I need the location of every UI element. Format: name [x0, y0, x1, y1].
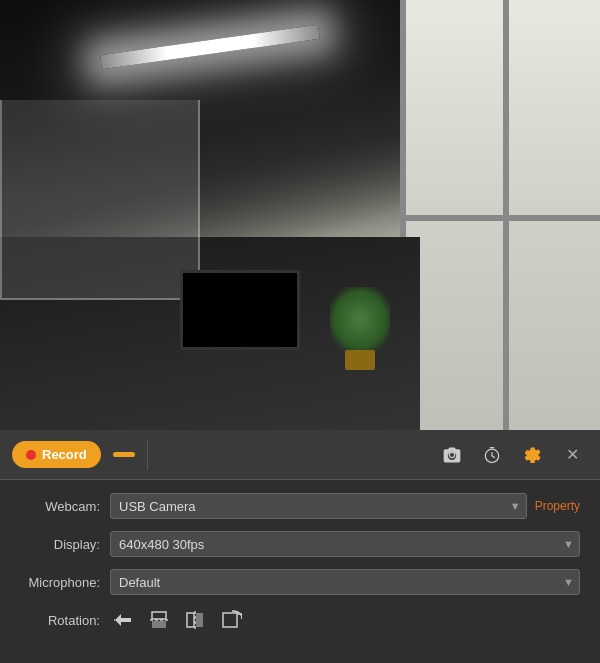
- webcam-row: Webcam: USB Camera Integrated Camera ▼ P…: [20, 492, 580, 520]
- rotation-reset-icon: [112, 609, 134, 631]
- svg-rect-4: [152, 621, 166, 628]
- rotation-flip-v-button[interactable]: [146, 607, 172, 633]
- rotation-content: [110, 607, 580, 633]
- camera-preview: [0, 0, 600, 430]
- clock-icon: [482, 445, 502, 465]
- rotation-label: Rotation:: [20, 613, 110, 628]
- svg-rect-6: [187, 613, 194, 627]
- rotation-90-button[interactable]: [218, 607, 244, 633]
- glass-partition: [0, 100, 200, 300]
- rotate-90-icon: [220, 609, 242, 631]
- microphone-content: Default USB Audio Integrated Microphone …: [110, 569, 580, 595]
- camera-icon: [442, 445, 462, 465]
- toolbar: Record ✕: [0, 430, 600, 480]
- microphone-row: Microphone: Default USB Audio Integrated…: [20, 568, 580, 596]
- rotation-row: Rotation:: [20, 606, 580, 634]
- rotation-flip-h-button[interactable]: [182, 607, 208, 633]
- property-link[interactable]: Property: [535, 499, 580, 513]
- window-area: [400, 0, 600, 430]
- webcam-select-wrapper: USB Camera Integrated Camera ▼: [110, 493, 527, 519]
- controls-panel: Webcam: USB Camera Integrated Camera ▼ P…: [0, 480, 600, 656]
- record-dot-icon: [26, 450, 36, 460]
- record-button[interactable]: Record: [12, 441, 101, 468]
- display-select-wrapper: 640x480 30fps 1280x720 30fps 1920x1080 3…: [110, 531, 580, 557]
- close-icon: ✕: [566, 445, 579, 464]
- tv-monitor: [180, 270, 300, 350]
- screenshot-button[interactable]: [436, 439, 468, 471]
- gear-icon: [522, 445, 542, 465]
- display-label: Display:: [20, 537, 110, 552]
- microphone-label: Microphone:: [20, 575, 110, 590]
- svg-rect-7: [196, 613, 203, 627]
- flip-vertical-icon: [148, 609, 170, 631]
- timer-button[interactable]: [476, 439, 508, 471]
- webcam-label: Webcam:: [20, 499, 110, 514]
- record-label: Record: [42, 447, 87, 462]
- microphone-select-wrapper: Default USB Audio Integrated Microphone …: [110, 569, 580, 595]
- microphone-select[interactable]: Default USB Audio Integrated Microphone: [110, 569, 580, 595]
- display-content: 640x480 30fps 1280x720 30fps 1920x1080 3…: [110, 531, 580, 557]
- svg-rect-3: [152, 612, 166, 619]
- display-row: Display: 640x480 30fps 1280x720 30fps 19…: [20, 530, 580, 558]
- rotation-buttons: [110, 607, 244, 633]
- webcam-select[interactable]: USB Camera Integrated Camera: [110, 493, 527, 519]
- plant: [330, 290, 390, 370]
- svg-rect-9: [223, 613, 237, 627]
- minimize-button[interactable]: [113, 452, 135, 457]
- close-button[interactable]: ✕: [556, 439, 588, 471]
- flip-horizontal-icon: [184, 609, 206, 631]
- toolbar-divider: [147, 440, 148, 470]
- settings-button[interactable]: [516, 439, 548, 471]
- rotation-reset-button[interactable]: [110, 607, 136, 633]
- display-select[interactable]: 640x480 30fps 1280x720 30fps 1920x1080 3…: [110, 531, 580, 557]
- webcam-content: USB Camera Integrated Camera ▼ Property: [110, 493, 580, 519]
- svg-marker-1: [115, 614, 131, 626]
